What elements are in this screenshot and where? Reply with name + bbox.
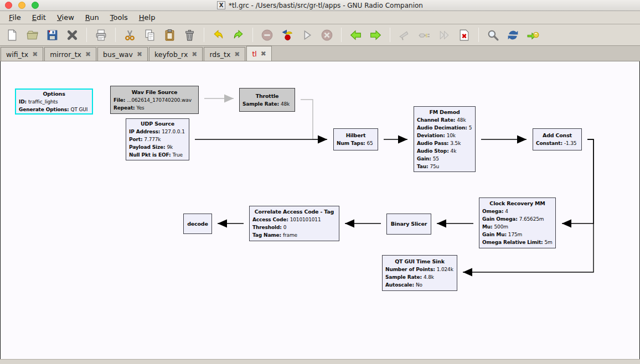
menu-edit[interactable]: Edit (27, 12, 51, 23)
tab-mirror_tx[interactable]: mirror_tx✖ (44, 47, 96, 61)
undo-icon (211, 28, 225, 42)
menu-run[interactable]: Run (80, 12, 105, 23)
open-button[interactable] (24, 27, 40, 43)
paste-icon (163, 28, 177, 42)
find-button[interactable] (485, 27, 501, 43)
flowgraph-canvas[interactable]: OptionsID: traffic_lightsGenerate Option… (0, 61, 640, 359)
port-float-right[interactable] (555, 219, 556, 228)
minimize-window-button[interactable] (18, 2, 25, 9)
block-fm-demod[interactable]: FM DemodChannel Rate: 48kAudio Decimatio… (414, 106, 476, 172)
reload-button[interactable] (505, 27, 521, 43)
block-udp-source[interactable]: UDP SourceIP Address: 127.0.0.1Port: 7.7… (126, 118, 189, 160)
block-param: Num Taps: 65 (337, 139, 375, 147)
port-float-right[interactable] (475, 135, 476, 144)
forward-button[interactable] (368, 27, 384, 43)
toolbar-separator (252, 28, 253, 42)
block-correlate-access-code[interactable]: Correlate Access Code - TagAccess Code: … (249, 206, 339, 241)
block-title: Add Const (536, 132, 579, 139)
tab-bar: wifi_tx✖mirror_tx✖bus_wav✖keyfob_rx✖rds_… (0, 46, 640, 61)
block-title: FM Demod (417, 108, 472, 116)
port-byte-right[interactable] (211, 219, 212, 228)
plug-icon (417, 28, 431, 42)
menu-tools[interactable]: Tools (105, 12, 133, 23)
generate-button[interactable] (279, 27, 295, 43)
block-param: Audio Stop: 4k (417, 147, 472, 155)
megaphone-icon (398, 28, 411, 42)
block-title: decode (187, 220, 209, 228)
tab-bus_wav[interactable]: bus_wav✖ (97, 47, 148, 61)
redo-button[interactable] (230, 27, 246, 43)
block-param: Sample Rate: 48k (242, 100, 292, 108)
port-float-right[interactable] (189, 135, 189, 144)
port-complex-right[interactable] (378, 135, 378, 144)
tab-rds_tx[interactable]: rds_tx✖ (204, 47, 245, 61)
block-param: Mu: 500m (482, 223, 553, 231)
delete-icon (183, 28, 197, 42)
tab-close-icon[interactable]: ✖ (137, 51, 142, 58)
tab-tl[interactable]: tl✖ (246, 46, 271, 61)
open-hier-icon (526, 28, 540, 42)
connection-add-const-to-clock-recovery-mm[interactable] (562, 139, 593, 223)
block-decode[interactable]: decode (183, 214, 212, 234)
block-throttle[interactable]: ThrottleSample Rate: 48k (239, 88, 295, 112)
tab-close-icon[interactable]: ✖ (234, 51, 240, 58)
block-param: Null Pkt is EOF: True (129, 151, 186, 159)
connection-throttle-to-hilbert[interactable] (301, 100, 325, 139)
block-param: Threshold: 0 (252, 223, 336, 231)
delete-button[interactable] (182, 27, 198, 43)
copy-button[interactable] (142, 27, 158, 43)
tab-keyfob_rx[interactable]: keyfob_rx✖ (149, 47, 203, 61)
print-button[interactable] (93, 27, 109, 43)
block-param: Gain: 55 (417, 155, 472, 163)
new-button[interactable] (4, 27, 20, 43)
port-byte-right[interactable] (339, 219, 339, 228)
block-clock-recovery-mm[interactable]: Clock Recovery MMOmega: 4Gain Omega: 7.6… (479, 197, 556, 248)
menu-help[interactable]: Help (133, 12, 161, 23)
block-add-const[interactable]: Add ConstConstant: -1.35 (533, 128, 582, 150)
block-param: File: ...062614_170740200.wav (113, 96, 195, 104)
connection-arrowhead (345, 220, 354, 228)
port-float-right[interactable] (457, 268, 457, 277)
block-param: Gain Mu: 175m (482, 231, 553, 238)
save-button[interactable] (44, 27, 60, 43)
block-title: Clock Recovery MM (482, 200, 553, 207)
tab-wifi_tx[interactable]: wifi_tx✖ (1, 47, 43, 61)
block-title: UDP Source (129, 120, 186, 128)
port-float-right[interactable] (295, 95, 295, 104)
block-param: Channel Rate: 48k (417, 116, 472, 124)
save-icon (45, 28, 59, 42)
tab-close-icon[interactable]: ✖ (261, 50, 266, 57)
block-param: Deviation: 10k (417, 132, 472, 139)
port-float-right[interactable] (581, 135, 582, 144)
block-hilbert[interactable]: HilbertNum Taps: 65 (333, 128, 378, 150)
cut-button[interactable] (122, 27, 138, 43)
menu-view[interactable]: View (51, 12, 80, 23)
zoom-window-button[interactable] (32, 2, 39, 9)
port-float-right[interactable] (198, 94, 199, 103)
undo-button[interactable] (210, 27, 226, 43)
block-binary-slicer[interactable]: Binary Slicer (386, 214, 431, 235)
tab-label: keyfob_rx (154, 50, 188, 59)
open-hier-button[interactable] (525, 27, 541, 43)
block-options[interactable]: OptionsID: traffic_lightsGenerate Option… (15, 89, 93, 115)
block-param: ID: traffic_lights (19, 98, 89, 106)
close-window-button[interactable] (5, 2, 12, 9)
block-qt-gui-time-sink[interactable]: QT GUI Time SinkNumber of Points: 1.024k… (382, 255, 457, 291)
megaphone-button (396, 27, 412, 43)
close-button[interactable] (64, 27, 80, 43)
block-title: Throttle (242, 92, 292, 100)
tab-close-icon[interactable]: ✖ (192, 51, 197, 58)
port-float-right[interactable] (431, 220, 431, 228)
tab-close-icon[interactable]: ✖ (32, 51, 38, 58)
horizontal-scrollbar[interactable] (0, 359, 640, 364)
execute-button[interactable] (299, 27, 315, 43)
tab-close-icon[interactable]: ✖ (85, 51, 91, 58)
error-report-button[interactable] (456, 27, 472, 43)
paste-button[interactable] (162, 27, 178, 43)
fast-forward-icon (437, 28, 451, 42)
tab-label: rds_tx (209, 50, 230, 59)
back-button[interactable] (348, 27, 364, 43)
block-wav-file-source[interactable]: Wav File SourceFile: ...062614_170740200… (110, 86, 199, 114)
toolbar-separator (478, 28, 479, 42)
menu-file[interactable]: File (3, 12, 27, 23)
